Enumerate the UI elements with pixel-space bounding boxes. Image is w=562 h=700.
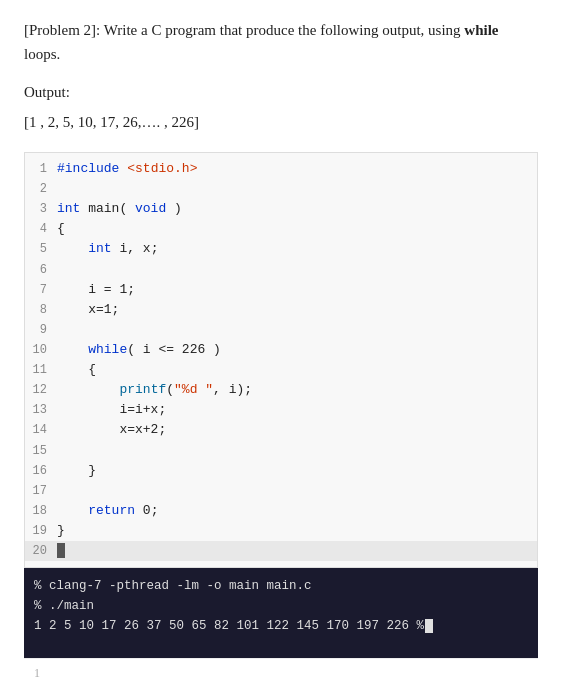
line-number: 13 [25, 400, 57, 420]
line-number: 1 [25, 159, 57, 179]
keyword-while: while [464, 22, 498, 38]
code-line-7: 7 i = 1; [25, 280, 537, 300]
code-line-8: 8 x=1; [25, 300, 537, 320]
problem-label: [Problem 2]: [24, 22, 100, 38]
code-line-13: 13 i=i+x; [25, 400, 537, 420]
line-number: 5 [25, 239, 57, 259]
line-number: 19 [25, 521, 57, 541]
code-line-15: 15 [25, 441, 537, 461]
line-content: { [57, 360, 537, 380]
line-number: 15 [25, 441, 57, 461]
line-content: int main( void ) [57, 199, 537, 219]
terminal-line2: % ./main [34, 596, 528, 616]
problem-description: Write a C program that produce the follo… [100, 22, 464, 38]
code-line-18: 18 return 0; [25, 501, 537, 521]
line-number: 17 [25, 481, 57, 501]
code-line-12: 12 printf("%d ", i); [25, 380, 537, 400]
problem-statement: [Problem 2]: Write a C program that prod… [24, 18, 538, 66]
line-content: printf("%d ", i); [57, 380, 537, 400]
line-number: 8 [25, 300, 57, 320]
line-number: 12 [25, 380, 57, 400]
line-content: i=i+x; [57, 400, 537, 420]
line-content: } [57, 521, 537, 541]
line-number: 16 [25, 461, 57, 481]
line-content: { [57, 219, 537, 239]
code-line-14: 14 x=x+2; [25, 420, 537, 440]
terminal-output: 1 2 5 10 17 26 37 50 65 82 101 122 145 1… [34, 616, 528, 636]
line-content: #include <stdio.h> [57, 159, 537, 179]
code-line-3: 3int main( void ) [25, 199, 537, 219]
line-content: return 0; [57, 501, 537, 521]
line-content: x=1; [57, 300, 537, 320]
line-number: 4 [25, 219, 57, 239]
code-line-9: 9 [25, 320, 537, 340]
code-line-19: 19} [25, 521, 537, 541]
code-line-5: 5 int i, x; [25, 239, 537, 259]
line-number: 10 [25, 340, 57, 360]
code-line-2: 2 [25, 179, 537, 199]
output-label: Output: [24, 80, 538, 104]
line-number: 14 [25, 420, 57, 440]
line-content: i = 1; [57, 280, 537, 300]
line-content: x=x+2; [57, 420, 537, 440]
output-sequence: [1 , 2, 5, 10, 17, 26,…. , 226] [24, 110, 538, 134]
line-number: 11 [25, 360, 57, 380]
line-number: 7 [25, 280, 57, 300]
terminal-cursor [425, 619, 433, 633]
problem-suffix: loops. [24, 46, 60, 62]
line-number: 3 [25, 199, 57, 219]
code-line-6: 6 [25, 260, 537, 280]
line-number: 2 [25, 179, 57, 199]
line-number: 18 [25, 501, 57, 521]
line-indicator: 1 [34, 666, 40, 681]
code-line-10: 10 while( i <= 226 ) [25, 340, 537, 360]
terminal: % clang-7 -pthread -lm -o main main.c % … [24, 568, 538, 658]
line-number: 20 [25, 541, 57, 561]
code-line-16: 16 } [25, 461, 537, 481]
code-line-4: 4{ [25, 219, 537, 239]
line-number: 9 [25, 320, 57, 340]
code-line-11: 11 { [25, 360, 537, 380]
code-line-20: 20 [25, 541, 537, 561]
code-line-17: 17 [25, 481, 537, 501]
line-content [57, 541, 537, 561]
code-editor: 1#include <stdio.h>23int main( void )4{5… [24, 152, 538, 568]
bottom-bar: 1 [24, 658, 538, 688]
line-content: } [57, 461, 537, 481]
line-content: int i, x; [57, 239, 537, 259]
line-number: 6 [25, 260, 57, 280]
code-line-1: 1#include <stdio.h> [25, 159, 537, 179]
terminal-line1: % clang-7 -pthread -lm -o main main.c [34, 576, 528, 596]
line-content: while( i <= 226 ) [57, 340, 537, 360]
